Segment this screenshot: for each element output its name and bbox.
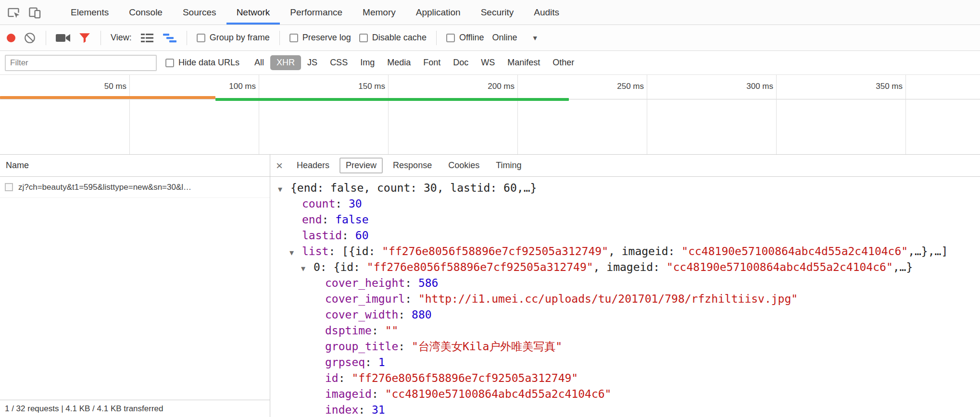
tab-cookies[interactable]: Cookies [442,158,486,173]
token-plain: : [372,324,385,337]
filter-type-ws[interactable]: WS [475,55,501,70]
ruler-tick-label: 50 ms [30,82,126,91]
tab-timing[interactable]: Timing [490,158,528,173]
tab-audits[interactable]: Audits [524,0,569,25]
inspect-element-icon[interactable] [7,6,20,19]
filter-type-js[interactable]: JS [301,55,324,70]
tab-application[interactable]: Application [406,0,471,25]
tree-row[interactable]: cover_width: 880 [270,307,980,323]
token-plain: 0: {id: [314,261,367,273]
tree-row[interactable]: grpseq: 1 [270,355,980,370]
filter-type-all[interactable]: All [248,55,270,70]
filter-type-font[interactable]: Font [417,55,447,70]
expand-arrow-icon[interactable]: ▼ [278,182,290,197]
overview-bar [215,98,569,101]
token-plain: : [398,308,412,321]
tab-preview[interactable]: Preview [339,158,383,173]
token-name: imageid [325,388,372,400]
tree-row[interactable]: ▼list: [{id: "ff276e8056f58896e7cf92505a… [270,244,980,259]
tab-security[interactable]: Security [471,0,524,25]
tab-network[interactable]: Network [226,0,280,25]
token-plain: : [372,388,385,400]
tree-row[interactable]: lastid: 60 [270,228,980,244]
token-str: "ff276e8056f58896e7cf92505a312749" [382,245,608,258]
resource-doc-icon [5,183,13,191]
token-str: "ff276e8056f58896e7cf92505a312749" [352,372,578,384]
tab-performance[interactable]: Performance [280,0,352,25]
expand-arrow-icon[interactable]: ▼ [289,245,302,261]
checkbox-box-icon[interactable] [446,34,455,42]
tree-row[interactable]: cover_height: 586 [270,275,980,291]
ruler-tick-label: 350 ms [806,82,903,91]
checkbox-box-icon[interactable] [165,59,174,67]
summary-text: 1 / 32 requests | 4.1 KB / 4.1 KB transf… [5,404,163,414]
devtools-tabbar: Elements Console Sources Network Perform… [0,0,980,25]
expand-arrow-icon[interactable]: ▼ [301,261,314,277]
network-main: Name zj?ch=beauty&t1=595&listtype=new&sn… [0,155,980,417]
tab-headers[interactable]: Headers [290,158,336,173]
tree-row[interactable]: cover_imgurl: "http://i1.umei.cc/uploads… [270,291,980,307]
tab-memory[interactable]: Memory [352,0,406,25]
network-toolbar: View: Group by frame Preserve log Disabl… [0,25,980,51]
tree-row[interactable]: group_title: "台湾美女Kila户外唯美写真" [270,339,980,355]
throttling-dropdown[interactable]: Online ▼ [492,33,539,43]
clear-icon[interactable] [24,32,36,44]
tree-row[interactable]: index: 31 [270,402,980,417]
token-name: end [302,213,322,226]
timeline-gridline [905,75,906,154]
tree-row[interactable]: ▼0: {id: "ff276e8056f58896e7cf92505a3127… [270,259,980,275]
token-plain: [{id: [342,245,382,258]
network-overview[interactable]: 50 ms100 ms150 ms200 ms250 ms300 ms350 m… [0,75,980,155]
capture-screenshots-icon[interactable] [56,33,70,43]
request-row[interactable]: zj?ch=beauty&t1=595&listtype=new&sn=30&l… [0,177,270,198]
filter-type-img[interactable]: Img [354,55,381,70]
checkbox-box-icon[interactable] [289,34,298,42]
filter-type-css[interactable]: CSS [324,55,354,70]
tab-elements[interactable]: Elements [61,0,119,25]
filter-type-other[interactable]: Other [546,55,580,70]
tab-sources[interactable]: Sources [173,0,226,25]
tree-row[interactable]: count: 30 [270,196,980,212]
devtools-toggle-icons [0,0,48,25]
checkbox-box-icon[interactable] [197,34,205,42]
show-overview-waterfall-icon[interactable] [163,32,177,44]
large-request-rows-icon[interactable] [140,32,154,44]
token-plain: : [405,293,418,305]
checkbox-group-by-frame[interactable]: Group by frame [197,33,270,43]
request-name: zj?ch=beauty&t1=595&listtype=new&sn=30&l… [18,183,191,192]
toolbar-separator [279,31,280,45]
tree-row[interactable]: dsptime: "" [270,323,980,339]
token-plain: : [328,245,342,258]
tree-row[interactable]: id: "ff276e8056f58896e7cf92505a312749" [270,370,980,386]
record-button[interactable] [7,34,15,42]
tab-response[interactable]: Response [387,158,438,173]
filter-funnel-icon[interactable] [78,32,91,44]
token-str: "cc48190e57100864abc4d55a2c4104c6" [385,388,612,400]
checkbox-box-icon[interactable] [359,34,368,42]
checkbox-disable-cache[interactable]: Disable cache [359,33,427,43]
filter-type-manifest[interactable]: Manifest [501,55,546,70]
checkbox-label: Group by frame [210,33,270,43]
network-summary-bar: 1 / 32 requests | 4.1 KB / 4.1 KB transf… [0,400,270,417]
token-plain: , imageid: [593,261,666,273]
filter-type-doc[interactable]: Doc [447,55,475,70]
device-toolbar-icon[interactable] [28,6,41,19]
checkbox-offline[interactable]: Offline [446,33,484,43]
filter-type-media[interactable]: Media [381,55,417,70]
checkbox-hide-data-urls[interactable]: Hide data URLs [165,58,239,68]
checkbox-preserve-log[interactable]: Preserve log [289,33,351,43]
filter-input[interactable] [5,55,157,71]
token-plain: : [405,277,418,289]
token-name: cover_width [325,308,398,321]
filter-type-xhr[interactable]: XHR [270,55,301,70]
tree-row[interactable]: ▼{end: false, count: 30, lastid: 60,…} [270,180,980,196]
ruler-tick-label: 100 ms [160,82,256,91]
name-column-header[interactable]: Name [0,155,270,177]
token-num: 1 [378,356,385,368]
token-str: "cc48190e57100864abc4d55a2c4104c6" [666,261,893,273]
tree-row[interactable]: end: false [270,212,980,228]
close-icon[interactable]: × [276,160,283,172]
tree-row[interactable]: imageid: "cc48190e57100864abc4d55a2c4104… [270,386,980,402]
request-list-pane: Name zj?ch=beauty&t1=595&listtype=new&sn… [0,155,270,417]
tab-console[interactable]: Console [119,0,173,25]
